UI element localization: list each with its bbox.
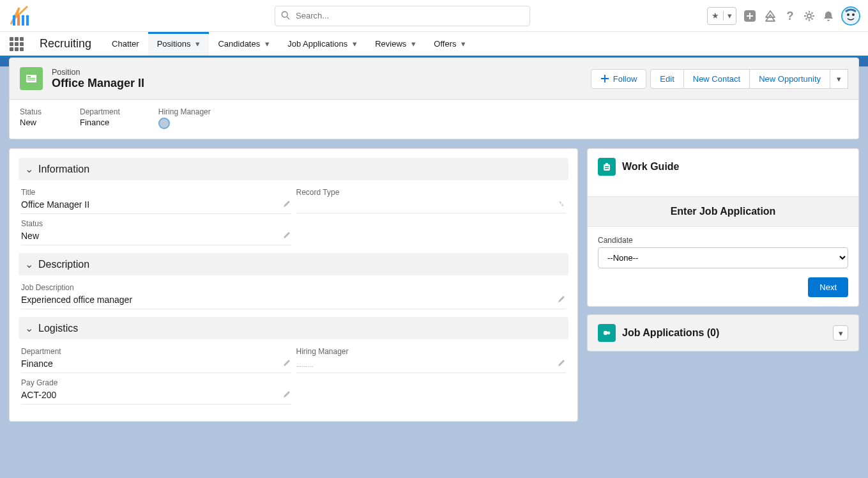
svg-point-14 (847, 13, 849, 16)
section-information-header[interactable]: ⌄ Information (19, 158, 568, 180)
job-applications-related-card: Job Applications (0) ▾ (587, 314, 859, 351)
nav-reviews[interactable]: Reviews▾ (366, 32, 425, 56)
field-title-value: Office Manager II (21, 199, 291, 214)
salesforce-logo (8, 4, 33, 28)
field-pay-grade-label: Pay Grade (21, 378, 291, 387)
section-title: Information (38, 164, 89, 175)
nav-offers[interactable]: Offers▾ (425, 32, 475, 56)
svg-rect-2 (22, 18, 24, 26)
edit-pencil-icon[interactable] (557, 358, 566, 367)
highlights-panel: Status New Department Finance Hiring Man… (9, 100, 859, 139)
svg-point-5 (17, 15, 20, 18)
chevron-down-icon: ▾ (723, 11, 736, 20)
svg-point-7 (26, 15, 29, 18)
context-bar: Recruiting Chatter Positions▾ Candidates… (0, 32, 868, 58)
nav-label: Chatter (112, 39, 139, 49)
app-name: Recruiting (28, 32, 103, 56)
user-avatar[interactable] (841, 6, 860, 26)
field-job-description-value: Experienced office manager (21, 295, 566, 309)
chevron-down-icon: ⌄ (25, 258, 33, 270)
work-guide-step-title: Enter Job Application (588, 196, 858, 227)
favorites-button[interactable]: ★ ▾ (707, 7, 736, 25)
change-record-type-icon[interactable] (557, 199, 566, 208)
global-actions-button[interactable] (743, 9, 757, 23)
follow-label: Follow (613, 74, 637, 84)
highlight-status-label: Status (20, 107, 42, 116)
guidance-center-icon[interactable] (763, 9, 777, 23)
new-opportunity-button[interactable]: New Opportunity (750, 69, 830, 89)
svg-rect-22 (605, 166, 609, 167)
edit-pencil-icon[interactable] (557, 295, 566, 304)
svg-line-9 (287, 17, 289, 19)
svg-point-8 (282, 12, 287, 17)
edit-pencil-icon[interactable] (282, 231, 291, 240)
svg-point-15 (852, 13, 855, 16)
work-guide-icon (598, 158, 616, 176)
svg-rect-1 (17, 18, 20, 26)
chevron-down-icon[interactable]: ▾ (195, 39, 200, 49)
nav-label: Reviews (375, 39, 406, 49)
next-button[interactable]: Next (808, 277, 848, 297)
more-actions-button[interactable]: ▾ (830, 69, 848, 89)
svg-rect-21 (605, 163, 608, 166)
record-title: Office Manager II (52, 77, 144, 90)
svg-rect-17 (27, 76, 31, 77)
nav-job-applications[interactable]: Job Applications▾ (278, 32, 366, 56)
job-applications-title[interactable]: Job Applications (0) (622, 327, 719, 339)
new-contact-button[interactable]: New Contact (684, 69, 750, 89)
app-launcher[interactable] (5, 32, 28, 56)
field-hiring-manager-value[interactable]: ……… (296, 358, 567, 373)
hiring-manager-avatar[interactable] (158, 118, 170, 129)
svg-rect-23 (605, 168, 609, 169)
section-title: Logistics (38, 323, 78, 334)
field-job-description-label: Job Description (21, 283, 566, 292)
field-status-value: New (21, 231, 291, 245)
edit-pencil-icon[interactable] (282, 358, 291, 367)
search-input[interactable] (275, 6, 530, 26)
header-utilities: ★ ▾ ? (707, 6, 860, 26)
svg-point-6 (22, 15, 25, 18)
related-menu-button[interactable]: ▾ (833, 325, 848, 341)
star-icon: ★ (708, 11, 723, 20)
svg-point-12 (807, 14, 811, 18)
field-title-label: Title (21, 188, 291, 197)
edit-pencil-icon[interactable] (282, 199, 291, 208)
chevron-down-icon[interactable]: ▾ (353, 39, 357, 49)
detail-panel: ⌄ Information Title Office Manager II Re… (9, 148, 578, 422)
highlight-hiring-manager-value[interactable] (158, 118, 211, 131)
svg-point-25 (607, 332, 611, 335)
chevron-down-icon: ⌄ (25, 322, 33, 334)
svg-point-4 (13, 15, 16, 18)
nav-candidates[interactable]: Candidates▾ (209, 32, 278, 56)
logo-area (8, 4, 275, 28)
svg-rect-19 (27, 80, 35, 81)
svg-text:?: ? (787, 10, 794, 22)
section-title: Description (38, 259, 89, 270)
chevron-down-icon[interactable]: ▾ (411, 39, 416, 49)
edit-pencil-icon[interactable] (282, 390, 291, 399)
edit-button[interactable]: Edit (650, 69, 683, 89)
follow-button[interactable]: Follow (591, 69, 647, 89)
field-record-type-value (296, 199, 567, 213)
chevron-down-icon: ⌄ (25, 163, 33, 175)
global-search (275, 6, 530, 26)
chevron-down-icon[interactable]: ▾ (461, 39, 466, 49)
field-pay-grade-value: ACT-200 (21, 390, 291, 405)
work-guide-card: Work Guide Enter Job Application Candida… (587, 148, 859, 307)
section-logistics-header[interactable]: ⌄ Logistics (19, 317, 568, 339)
field-hiring-manager-label: Hiring Manager (296, 347, 567, 356)
notifications-bell-icon[interactable] (822, 10, 835, 22)
help-icon[interactable]: ? (784, 10, 796, 22)
section-description-header[interactable]: ⌄ Description (19, 253, 568, 275)
field-status-label: Status (21, 219, 291, 228)
highlight-department-label: Department (80, 107, 120, 116)
nav-positions[interactable]: Positions▾ (148, 32, 209, 56)
field-department-value: Finance (21, 358, 291, 373)
candidate-select[interactable]: --None-- (598, 247, 848, 268)
search-icon (281, 11, 290, 20)
nav-chatter[interactable]: Chatter (103, 32, 148, 56)
setup-gear-icon[interactable] (803, 10, 816, 22)
highlight-department-value: Finance (80, 118, 120, 127)
record-actions: Follow Edit New Contact New Opportunity … (591, 69, 848, 89)
chevron-down-icon[interactable]: ▾ (265, 39, 270, 49)
